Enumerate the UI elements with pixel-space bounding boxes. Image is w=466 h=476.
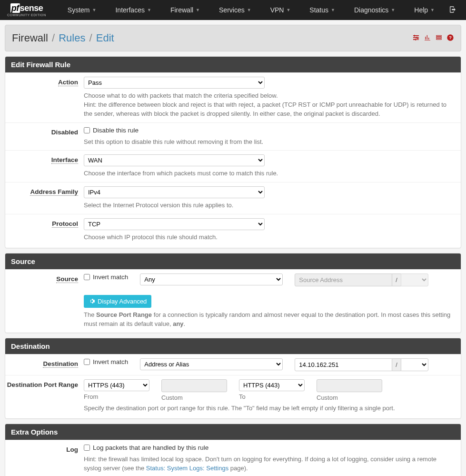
mask-separator: / bbox=[392, 358, 401, 371]
label-source: Source bbox=[5, 273, 84, 329]
port-to-custom-input[interactable] bbox=[317, 379, 382, 392]
protocol-select[interactable]: TCP bbox=[84, 218, 265, 230]
disable-rule-checkbox[interactable]: Disable this rule bbox=[84, 127, 139, 134]
breadcrumb-rules[interactable]: Rules bbox=[59, 32, 85, 44]
help-icon[interactable]: ? bbox=[446, 34, 454, 43]
navbar: pfsense COMMUNITY EDITION System▼ Interf… bbox=[0, 0, 466, 20]
panel-destination: Destination Destination Invert match Add… bbox=[5, 338, 461, 419]
interface-select[interactable]: WAN bbox=[84, 154, 265, 166]
label-dest-port-range: Destination Port Range bbox=[5, 379, 84, 413]
source-type-select[interactable]: Any bbox=[140, 273, 283, 285]
panel-header-edit: Edit Firewall Rule bbox=[5, 57, 461, 72]
help-disabled: Set this option to disable this rule wit… bbox=[84, 138, 455, 147]
label-interface: Interface bbox=[5, 154, 84, 178]
help-source: The Source Port Range for a connection i… bbox=[84, 311, 455, 329]
destination-type-select[interactable]: Address or Alias bbox=[140, 358, 283, 370]
source-mask-select[interactable] bbox=[401, 273, 428, 286]
panel-header-source: Source bbox=[5, 253, 461, 269]
port-custom-label: Custom bbox=[161, 394, 227, 401]
label-destination: Destination bbox=[5, 358, 84, 371]
nav-interfaces[interactable]: Interfaces▼ bbox=[106, 6, 160, 14]
gear-icon bbox=[89, 298, 95, 304]
help-dest-port: Specify the destination port or port ran… bbox=[84, 404, 455, 413]
svg-rect-1 bbox=[413, 37, 419, 38]
brand-logo[interactable]: pfsense COMMUNITY EDITION bbox=[7, 3, 46, 17]
breadcrumb-edit[interactable]: Edit bbox=[96, 32, 114, 44]
help-log: Hint: the firewall has limited local log… bbox=[84, 455, 455, 473]
svg-text:?: ? bbox=[449, 35, 452, 40]
label-disabled: Disabled bbox=[5, 127, 84, 147]
log-checkbox[interactable]: Log packets that are handled by this rul… bbox=[84, 444, 208, 451]
help-address-family: Select the Internet Protocol version thi… bbox=[84, 201, 455, 210]
breadcrumb-firewall[interactable]: Firewall bbox=[12, 32, 48, 44]
svg-rect-4 bbox=[416, 37, 417, 39]
syslog-settings-link[interactable]: Status: System Logs: Settings bbox=[146, 465, 228, 472]
source-display-advanced-button[interactable]: Display Advanced bbox=[84, 295, 151, 308]
chart-icon[interactable] bbox=[424, 34, 431, 43]
nav-items: System▼ Interfaces▼ Firewall▼ Services▼ … bbox=[58, 6, 444, 14]
port-custom-label2: Custom bbox=[317, 394, 382, 401]
destination-mask-select[interactable] bbox=[401, 358, 428, 371]
panel-edit-rule: Edit Firewall Rule Action Pass Choose wh… bbox=[5, 56, 461, 248]
breadcrumb-bar: Firewall / Rules / Edit ? bbox=[5, 25, 461, 51]
panel-header-destination: Destination bbox=[5, 338, 461, 354]
logout-icon[interactable] bbox=[444, 6, 461, 15]
panel-source: Source Source Invert match Any / Display… bbox=[5, 253, 461, 333]
svg-rect-3 bbox=[414, 35, 415, 37]
nav-vpn[interactable]: VPN▼ bbox=[261, 6, 300, 14]
sliders-icon[interactable] bbox=[412, 34, 420, 43]
port-to-select[interactable]: HTTPS (443) bbox=[239, 379, 305, 391]
destination-invert-checkbox[interactable]: Invert match bbox=[84, 358, 128, 365]
panel-header-extra: Extra Options bbox=[5, 424, 461, 440]
label-protocol: Protocol bbox=[5, 218, 84, 242]
nav-system[interactable]: System▼ bbox=[58, 6, 106, 14]
destination-address-input[interactable] bbox=[295, 358, 392, 371]
nav-diagnostics[interactable]: Diagnostics▼ bbox=[345, 6, 405, 14]
address-family-select[interactable]: IPv4 bbox=[84, 186, 265, 198]
help-action: Choose what to do with packets that matc… bbox=[84, 91, 455, 119]
list-icon[interactable] bbox=[435, 34, 443, 43]
nav-status[interactable]: Status▼ bbox=[300, 6, 345, 14]
action-select[interactable]: Pass bbox=[84, 77, 265, 89]
mask-separator: / bbox=[392, 273, 401, 286]
svg-rect-5 bbox=[416, 39, 416, 41]
label-log: Log bbox=[5, 444, 84, 473]
source-invert-checkbox[interactable]: Invert match bbox=[84, 273, 128, 281]
nav-help[interactable]: Help▼ bbox=[405, 6, 444, 14]
panel-extra-options: Extra Options Log Log packets that are h… bbox=[5, 424, 461, 476]
help-protocol: Choose which IP protocol this rule shoul… bbox=[84, 233, 455, 242]
label-action: Action bbox=[5, 77, 84, 119]
port-from-custom-input[interactable] bbox=[161, 379, 227, 392]
port-from-label: From bbox=[84, 393, 149, 400]
label-address-family: Address Family bbox=[5, 186, 84, 210]
breadcrumb: Firewall / Rules / Edit bbox=[12, 32, 412, 44]
nav-services[interactable]: Services▼ bbox=[209, 6, 261, 14]
svg-rect-0 bbox=[413, 35, 419, 36]
nav-firewall[interactable]: Firewall▼ bbox=[161, 6, 209, 14]
source-address-input[interactable] bbox=[295, 273, 392, 286]
help-interface: Choose the interface from which packets … bbox=[84, 169, 455, 178]
port-to-label: To bbox=[239, 393, 305, 400]
port-from-select[interactable]: HTTPS (443) bbox=[84, 379, 149, 391]
